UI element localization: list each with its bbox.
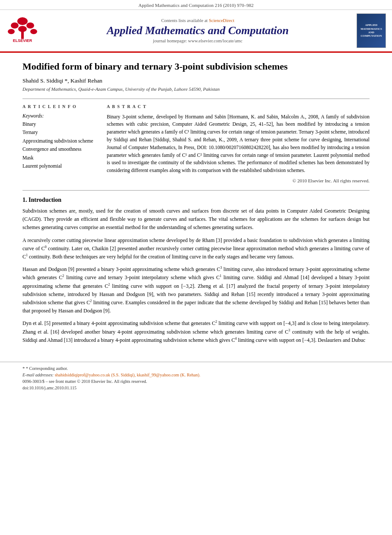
abstract-heading: A B S T R A C T <box>107 104 370 109</box>
svg-point-6 <box>30 29 37 34</box>
corresponding-author-note: * * Corresponding author. <box>22 365 370 372</box>
intro-paragraph-2: A recursively corner cutting piecewise l… <box>22 236 370 261</box>
keywords-label: Keywords: <box>22 113 98 118</box>
introduction-section: 1. Introduction Subdivision schemes are,… <box>22 197 370 344</box>
contents-available-line: Contents lists available at ScienceDirec… <box>44 18 351 23</box>
intro-title: 1. Introduction <box>22 197 370 204</box>
affiliation: Department of Mathematics, Quaid-e-Azam … <box>22 86 370 92</box>
intro-paragraph-1: Subdivision schemes are, mostly, used fo… <box>22 207 370 232</box>
article-title: Modified form of binary and ternary 3-po… <box>22 61 370 73</box>
contents-text: Contents lists available at <box>161 18 208 23</box>
svg-point-4 <box>8 29 15 34</box>
journal-title: Applied Mathematics and Computation <box>44 25 351 37</box>
email-line: E-mail addresses: shahidsiddiqiprof@yaho… <box>22 372 370 378</box>
keyword-convergence: Convergence and smoothness <box>22 145 98 154</box>
email-addresses: shahidsiddiqiprof@yahoo.co.uk (S.S. Sidd… <box>55 373 201 377</box>
main-content: Modified form of binary and ternary 3-po… <box>0 53 392 357</box>
citation-text: Applied Mathematics and Computation 216 … <box>138 3 253 8</box>
keyword-binary: Binary <box>22 120 98 129</box>
journal-header: ELSEVIER Contents lists available at Sci… <box>0 10 392 53</box>
journal-homepage: journal homepage: www.elsevier.com/locat… <box>44 38 351 43</box>
email-label: E-mail addresses: <box>22 373 54 377</box>
cover-image: APPLIED MATHEMATICS AND COMPUTATION <box>357 13 386 48</box>
keyword-laurent: Laurent polynomial <box>22 162 98 171</box>
issn-line: 0096-3003/$ – see front matter © 2010 El… <box>22 378 370 385</box>
star-symbol: * <box>22 366 25 371</box>
journal-cover: APPLIED MATHEMATICS AND COMPUTATION <box>356 13 387 48</box>
keyword-approx: Approximating subdivision scheme <box>22 137 98 146</box>
doi-line: doi:10.1016/j.amc.2010.01.115 <box>22 385 370 391</box>
keyword-mask: Mask <box>22 154 98 162</box>
journal-center-block: Contents lists available at ScienceDirec… <box>44 18 351 43</box>
svg-point-5 <box>18 26 27 32</box>
abstract-text: Binary 3-point scheme, developed by Horm… <box>107 113 370 175</box>
keyword-ternary: Ternary <box>22 128 98 137</box>
section-divider <box>22 190 370 191</box>
svg-point-2 <box>11 22 19 29</box>
article-info-abstract-section: A R T I C L E I N F O Keywords: Binary T… <box>22 99 370 184</box>
elsevier-logo: ELSEVIER <box>5 16 40 46</box>
journal-citation: Applied Mathematics and Computation 216 … <box>0 0 392 10</box>
sciencedirect-link[interactable]: ScienceDirect <box>209 18 234 23</box>
abstract-column: A B S T R A C T Binary 3-point scheme, d… <box>107 104 370 184</box>
keywords-list: Binary Ternary Approximating subdivision… <box>22 120 98 171</box>
svg-point-1 <box>17 17 28 25</box>
article-info-column: A R T I C L E I N F O Keywords: Binary T… <box>22 104 98 184</box>
copyright-notice: © 2010 Elsevier Inc. All rights reserved… <box>107 178 370 183</box>
svg-point-3 <box>26 22 34 29</box>
svg-text:ELSEVIER: ELSEVIER <box>13 38 32 43</box>
intro-paragraph-4: Dyn et al. [5] presented a binary 4-poin… <box>22 319 370 344</box>
authors: Shahid S. Siddiqi *, Kashif Rehan <box>22 77 370 84</box>
svg-rect-7 <box>21 31 24 39</box>
article-info-heading: A R T I C L E I N F O <box>22 104 98 109</box>
intro-paragraph-3: Hassan and Dodgson [9] presented a binar… <box>22 265 370 315</box>
page-footer: * * Corresponding author. E-mail address… <box>0 362 392 394</box>
corresponding-text: * Corresponding author. <box>26 366 68 371</box>
authors-text: Shahid S. Siddiqi *, Kashif Rehan <box>22 77 102 84</box>
cover-title-text: APPLIED MATHEMATICS AND COMPUTATION <box>360 23 382 38</box>
